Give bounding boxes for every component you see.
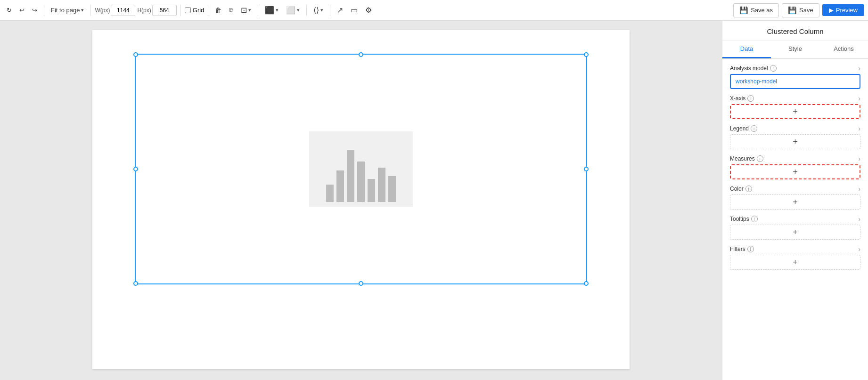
legend-plus-icon: +	[793, 137, 798, 147]
handle-mid-right[interactable]	[584, 167, 589, 171]
legend-input[interactable]: +	[730, 134, 860, 149]
measures-info-icon[interactable]: i	[757, 155, 763, 162]
layers-button[interactable]: ⊡ ▾	[238, 4, 254, 16]
share-icon: ↗	[337, 6, 343, 15]
save-as-button[interactable]: 💾 Save as	[733, 3, 779, 17]
chart-placeholder	[309, 131, 413, 207]
connect-icon: ⟨⟩	[313, 6, 319, 15]
field-label-filters: Filters i ›	[730, 245, 860, 253]
preview-label: Preview	[836, 7, 858, 14]
chart-bar	[378, 168, 385, 202]
field-filters: Filters i › +	[730, 245, 860, 270]
chart-bar	[347, 150, 354, 202]
panel-tabs: Data Style Actions	[722, 40, 868, 59]
grid-label: Grid	[193, 7, 205, 14]
legend-chevron: ›	[858, 125, 860, 132]
tab-actions[interactable]: Actions	[819, 40, 868, 58]
chart-bar	[368, 179, 375, 202]
distribute-dropdown-icon: ▾	[297, 7, 300, 13]
handle-top-right[interactable]	[584, 52, 589, 57]
chart-bar	[326, 185, 334, 202]
analysis-model-input[interactable]: workshop-model	[730, 74, 860, 89]
color-input[interactable]: +	[730, 194, 860, 210]
save-label: Save	[799, 7, 813, 14]
undo-button[interactable]	[16, 5, 27, 16]
grid-checkbox-group: Grid	[185, 7, 205, 14]
undo-icon	[19, 7, 25, 14]
redo-button[interactable]	[29, 5, 40, 16]
color-plus-icon: +	[793, 197, 798, 207]
copy-icon	[229, 7, 233, 14]
chart-widget[interactable]	[135, 54, 587, 284]
mobile-button[interactable]: ▭	[348, 4, 360, 16]
field-label-color: Color i ›	[730, 185, 860, 193]
chart-bar	[336, 170, 344, 202]
height-input-group: H(px)	[137, 5, 176, 16]
tooltips-input[interactable]: +	[730, 225, 860, 240]
chart-bar	[357, 162, 365, 202]
canvas-area[interactable]	[0, 21, 722, 380]
distribute-button[interactable]: ⬜ ▾	[283, 4, 303, 16]
duplicate-button[interactable]	[226, 5, 236, 16]
tooltips-info-icon[interactable]: i	[751, 216, 758, 222]
divider-4	[208, 5, 208, 16]
filters-plus-icon: +	[793, 258, 798, 267]
align-icon: ⬛	[265, 6, 274, 15]
handle-top-left[interactable]	[133, 52, 138, 57]
measures-plus-icon: +	[793, 167, 798, 177]
redo-icon	[32, 7, 37, 14]
main-area: Clustered Column Data Style Actions Anal…	[0, 21, 868, 380]
connect-button[interactable]: ⟨⟩ ▾	[311, 4, 326, 16]
tune-button[interactable]: ⚙	[362, 4, 375, 16]
trash-icon	[215, 7, 221, 14]
grid-checkbox[interactable]	[185, 7, 191, 13]
handle-mid-left[interactable]	[133, 167, 138, 171]
x-axis-info-icon[interactable]: i	[747, 95, 754, 102]
width-input[interactable]	[111, 5, 135, 16]
delete-button[interactable]	[212, 5, 224, 16]
divider-3	[180, 5, 181, 16]
field-color: Color i › +	[730, 185, 860, 210]
handle-bot-left[interactable]	[133, 281, 138, 286]
layers-icon: ⊡	[241, 6, 247, 15]
filters-label-text: Filters	[730, 246, 745, 252]
align-dropdown-icon: ▾	[276, 7, 278, 13]
handle-bot-center[interactable]	[359, 281, 363, 286]
save-as-label: Save as	[751, 7, 773, 14]
field-label-legend: Legend i ›	[730, 125, 860, 132]
x-axis-plus-icon: +	[793, 107, 798, 117]
tab-style[interactable]: Style	[771, 40, 819, 58]
divider-7	[330, 5, 330, 16]
analysis-model-info-icon[interactable]: i	[770, 65, 777, 72]
refresh-icon	[7, 7, 12, 14]
x-axis-chevron: ›	[858, 95, 860, 102]
legend-info-icon[interactable]: i	[751, 125, 757, 132]
save-button[interactable]: 💾 Save	[782, 3, 819, 17]
layers-dropdown-icon: ▾	[248, 7, 251, 13]
color-info-icon[interactable]: i	[745, 186, 752, 192]
tab-data[interactable]: Data	[722, 40, 771, 58]
filters-input[interactable]: +	[730, 255, 860, 270]
field-tooltips: Tooltips i › +	[730, 215, 860, 240]
fit-to-page-button[interactable]: Fit to page ▾	[48, 5, 87, 16]
save-icon: 💾	[788, 6, 797, 15]
handle-bot-right[interactable]	[584, 281, 589, 286]
tune-icon: ⚙	[365, 6, 372, 15]
height-input[interactable]	[152, 5, 177, 16]
field-measures: Measures i › +	[730, 155, 860, 179]
refresh-button[interactable]	[4, 5, 15, 16]
align-button[interactable]: ⬛ ▾	[262, 4, 281, 16]
x-axis-input[interactable]: +	[730, 104, 860, 119]
share-button[interactable]: ↗	[334, 4, 346, 16]
measures-label-text: Measures	[730, 155, 755, 162]
tooltips-plus-icon: +	[793, 227, 798, 237]
handle-top-center[interactable]	[359, 52, 363, 57]
field-legend: Legend i › +	[730, 125, 860, 149]
analysis-model-value: workshop-model	[736, 78, 777, 85]
preview-button[interactable]: ▶ Preview	[822, 4, 864, 16]
right-panel: Clustered Column Data Style Actions Anal…	[722, 21, 868, 380]
toolbar-right: 💾 Save as 💾 Save ▶ Preview	[733, 3, 864, 17]
filters-info-icon[interactable]: i	[747, 246, 754, 252]
measures-input[interactable]: +	[730, 164, 860, 179]
divider-5	[258, 5, 258, 16]
